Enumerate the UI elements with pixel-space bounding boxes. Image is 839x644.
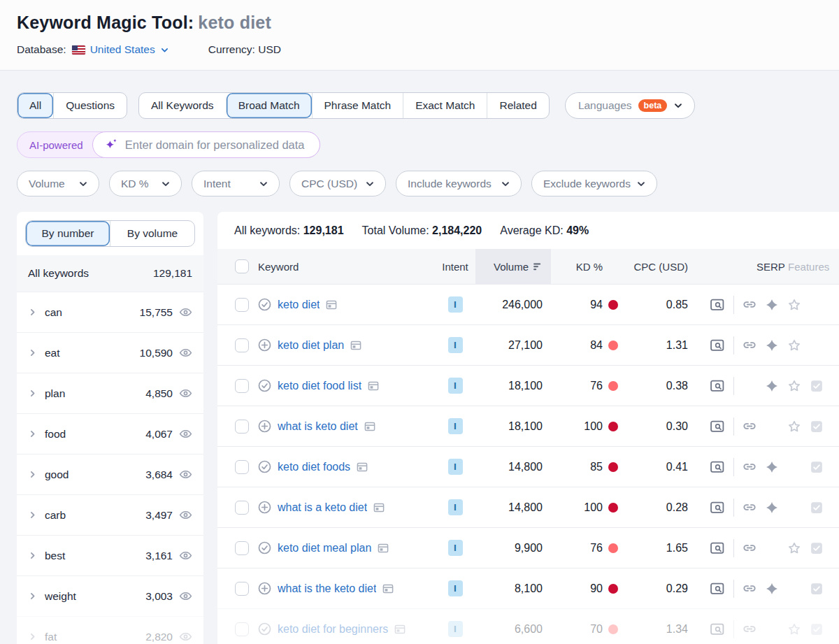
featured-snippet-feature-icon[interactable] xyxy=(765,338,779,352)
tab-all[interactable]: All xyxy=(17,93,53,118)
reviews-feature-icon[interactable] xyxy=(787,338,801,352)
column-header-cpc[interactable]: CPC (USD) xyxy=(618,249,699,284)
serp-snapshot-icon[interactable] xyxy=(378,543,389,554)
eye-icon[interactable] xyxy=(179,306,192,319)
sidebar-group-item[interactable]: weight 3,003 xyxy=(17,575,203,616)
chevron-right-icon[interactable] xyxy=(28,551,37,560)
languages-dropdown[interactable]: Languages beta xyxy=(565,92,695,119)
image-pack-feature-icon[interactable] xyxy=(810,379,824,393)
in-list-check-icon[interactable] xyxy=(258,622,271,636)
chevron-right-icon[interactable] xyxy=(28,348,37,357)
open-serp-icon[interactable] xyxy=(710,299,724,311)
column-header-serp-features[interactable]: SERP Features xyxy=(699,249,839,284)
reviews-feature-icon[interactable] xyxy=(787,622,801,636)
domain-input[interactable] xyxy=(125,138,308,152)
sidebar-all-keywords-row[interactable]: All keywords 129,181 xyxy=(17,255,203,292)
intent-filter[interactable]: Intent xyxy=(192,171,280,196)
sitelinks-feature-icon[interactable] xyxy=(743,541,756,555)
row-checkbox[interactable] xyxy=(235,582,249,596)
chevron-right-icon[interactable] xyxy=(28,470,37,479)
sidebar-group-item[interactable]: food 4,067 xyxy=(17,413,203,454)
reviews-feature-icon[interactable] xyxy=(787,582,801,596)
tab-by-number[interactable]: By number xyxy=(26,221,110,246)
cpc-filter[interactable]: CPC (USD) xyxy=(289,171,386,196)
sidebar-group-item[interactable]: fat 2,820 xyxy=(17,616,203,644)
reviews-feature-icon[interactable] xyxy=(787,541,801,555)
reviews-feature-icon[interactable] xyxy=(787,460,801,474)
eye-icon[interactable] xyxy=(179,589,192,603)
select-all-checkbox[interactable] xyxy=(235,259,249,273)
add-to-list-plus-icon[interactable] xyxy=(258,338,271,352)
column-header-intent[interactable]: Intent xyxy=(435,249,475,284)
eye-icon[interactable] xyxy=(179,549,192,562)
eye-icon[interactable] xyxy=(179,508,192,522)
keyword-link[interactable]: keto diet xyxy=(278,299,320,311)
featured-snippet-feature-icon[interactable] xyxy=(765,420,779,434)
chevron-right-icon[interactable] xyxy=(28,429,37,438)
chevron-right-icon[interactable] xyxy=(28,389,37,398)
volume-filter[interactable]: Volume xyxy=(17,171,99,196)
open-serp-icon[interactable] xyxy=(710,623,724,636)
keyword-link[interactable]: keto diet food list xyxy=(278,380,361,392)
featured-snippet-feature-icon[interactable] xyxy=(765,582,779,596)
database-selector[interactable]: United States xyxy=(72,43,169,56)
sitelinks-feature-icon[interactable] xyxy=(743,582,756,596)
sitelinks-feature-icon[interactable] xyxy=(743,622,756,636)
sidebar-group-item[interactable]: plan 4,850 xyxy=(17,373,203,413)
open-serp-icon[interactable] xyxy=(710,582,724,595)
sitelinks-feature-icon[interactable] xyxy=(743,338,756,352)
serp-snapshot-icon[interactable] xyxy=(357,461,368,473)
serp-snapshot-icon[interactable] xyxy=(373,502,385,513)
row-checkbox[interactable] xyxy=(235,501,249,515)
image-pack-feature-icon[interactable] xyxy=(810,338,824,352)
sitelinks-feature-icon[interactable] xyxy=(743,298,756,312)
open-serp-icon[interactable] xyxy=(710,339,724,352)
reviews-feature-icon[interactable] xyxy=(787,379,801,393)
featured-snippet-feature-icon[interactable] xyxy=(765,622,779,636)
sitelinks-feature-icon[interactable] xyxy=(743,379,756,393)
chevron-right-icon[interactable] xyxy=(28,632,37,641)
chevron-right-icon[interactable] xyxy=(28,592,37,601)
exclude-keywords-filter[interactable]: Exclude keywords xyxy=(531,171,657,196)
tab-related[interactable]: Related xyxy=(487,93,548,118)
include-keywords-filter[interactable]: Include keywords xyxy=(396,171,522,196)
image-pack-feature-icon[interactable] xyxy=(810,460,824,474)
featured-snippet-feature-icon[interactable] xyxy=(765,460,779,474)
reviews-feature-icon[interactable] xyxy=(787,298,801,312)
reviews-feature-icon[interactable] xyxy=(787,420,801,434)
in-list-check-icon[interactable] xyxy=(258,541,271,554)
keyword-link[interactable]: keto diet plan xyxy=(278,339,344,352)
row-checkbox[interactable] xyxy=(235,541,249,555)
row-checkbox[interactable] xyxy=(235,622,249,636)
reviews-feature-icon[interactable] xyxy=(787,501,801,515)
row-checkbox[interactable] xyxy=(235,420,249,434)
sitelinks-feature-icon[interactable] xyxy=(743,460,756,474)
image-pack-feature-icon[interactable] xyxy=(810,622,824,636)
add-to-list-plus-icon[interactable] xyxy=(258,582,271,595)
keyword-link[interactable]: keto diet meal plan xyxy=(278,542,371,554)
sidebar-group-item[interactable]: can 15,755 xyxy=(17,292,203,332)
row-checkbox[interactable] xyxy=(235,379,249,393)
serp-snapshot-icon[interactable] xyxy=(364,421,375,432)
open-serp-icon[interactable] xyxy=(710,461,724,473)
eye-icon[interactable] xyxy=(179,630,192,643)
image-pack-feature-icon[interactable] xyxy=(810,541,824,555)
eye-icon[interactable] xyxy=(179,427,192,441)
eye-icon[interactable] xyxy=(179,468,192,481)
open-serp-icon[interactable] xyxy=(710,380,724,392)
sidebar-group-item[interactable]: carb 3,497 xyxy=(17,494,203,535)
sidebar-group-item[interactable]: eat 10,590 xyxy=(17,332,203,373)
featured-snippet-feature-icon[interactable] xyxy=(765,501,779,515)
chevron-right-icon[interactable] xyxy=(28,510,37,520)
in-list-check-icon[interactable] xyxy=(258,460,271,473)
keyword-link[interactable]: what is keto diet xyxy=(278,420,358,433)
tab-broad-match[interactable]: Broad Match xyxy=(226,93,312,118)
image-pack-feature-icon[interactable] xyxy=(810,501,824,515)
chevron-right-icon[interactable] xyxy=(28,308,37,317)
image-pack-feature-icon[interactable] xyxy=(810,298,824,312)
column-header-volume[interactable]: Volume xyxy=(475,249,551,284)
column-header-kd[interactable]: KD % xyxy=(551,249,618,284)
keyword-link[interactable]: keto diet for beginners xyxy=(278,623,388,636)
open-serp-icon[interactable] xyxy=(710,542,724,554)
eye-icon[interactable] xyxy=(179,346,192,359)
